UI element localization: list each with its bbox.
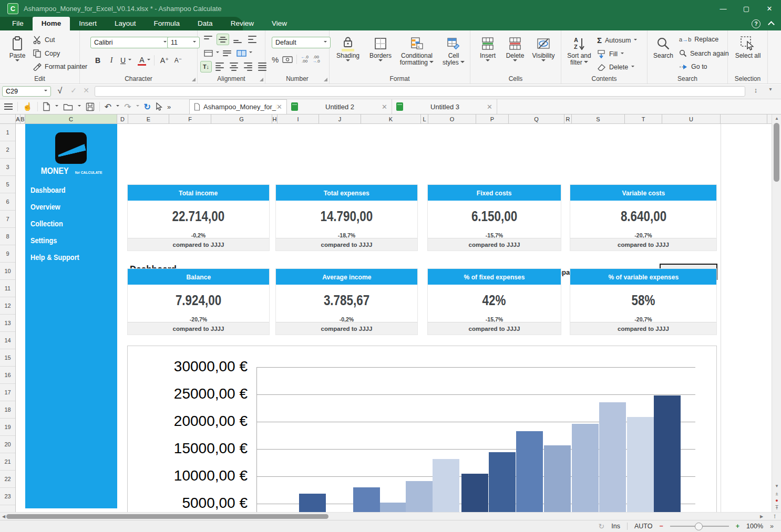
menu-data[interactable]: Data (189, 17, 222, 30)
sheet-tab-1[interactable]: Ashampoo_Money_for_E... ✕ (189, 99, 287, 114)
shrink-font-button[interactable]: A⁻ (172, 55, 184, 66)
font-name-select[interactable]: Calibri (90, 37, 170, 48)
character-dialog-launcher[interactable] (192, 78, 196, 81)
tab-close-icon[interactable]: ✕ (487, 103, 492, 111)
row-header-23[interactable]: 23 (0, 488, 15, 505)
status-overflow-icon[interactable]: » (770, 523, 774, 530)
redo-icon[interactable]: ↷ (124, 102, 131, 112)
menu-file[interactable]: File (3, 17, 33, 30)
column-header-A[interactable]: A (16, 114, 20, 123)
sheet-nav-icon[interactable]: ⊺ (770, 514, 779, 519)
font-color-button[interactable]: A (138, 55, 146, 66)
calc-mode-indicator[interactable]: AUTO (634, 523, 653, 530)
row-header-17[interactable]: 17 (0, 384, 15, 401)
row-header-8[interactable]: 8 (0, 228, 15, 245)
row-header-21[interactable]: 21 (0, 453, 15, 471)
pointer-mode-icon[interactable] (156, 102, 162, 111)
formula-bar-options-icon[interactable]: ▾ (765, 86, 776, 92)
text-orientation-icon[interactable]: T↓ (200, 61, 212, 72)
cut-button[interactable]: Cut (33, 36, 55, 44)
column-header-F[interactable]: F (169, 114, 211, 123)
row-header-1[interactable]: 1 (0, 124, 15, 141)
row-header-7[interactable]: 7 (0, 211, 15, 228)
zoom-slider-knob[interactable] (695, 523, 703, 530)
cell-styles-button[interactable]: Cell styles (440, 35, 467, 66)
search-button[interactable]: Search (650, 35, 677, 59)
borders-button[interactable]: Borders (366, 35, 395, 64)
sidebar-item-settings[interactable]: Settings (30, 236, 79, 245)
open-file-caret[interactable] (78, 105, 81, 108)
column-header-J[interactable]: J (319, 114, 361, 123)
wrap-text-icon[interactable] (221, 47, 233, 59)
cell-reference-box[interactable]: C29 (2, 86, 51, 97)
menu-home[interactable]: Home (33, 17, 70, 30)
zoom-out-button[interactable]: − (659, 523, 663, 530)
collapse-ribbon-icon[interactable] (768, 21, 775, 28)
column-header-T[interactable]: T (625, 114, 662, 123)
row-header-18[interactable]: 18 (0, 401, 15, 419)
font-size-select[interactable]: 11 (167, 37, 200, 48)
sidebar-item-collection[interactable]: Collection (30, 220, 79, 228)
row-header-19[interactable]: 19 (0, 419, 15, 436)
merge-cells-icon[interactable] (235, 47, 248, 59)
record-marker-icon[interactable]: ● (772, 498, 781, 503)
goto-button[interactable]: Go to (679, 63, 707, 70)
bold-button[interactable]: B (91, 55, 104, 66)
align-center-icon[interactable] (228, 61, 240, 72)
horizontal-scrollbar[interactable]: ◀ ▶ ⊺ (0, 512, 781, 520)
formula-input[interactable] (95, 86, 745, 97)
cell-window-icon[interactable] (202, 47, 214, 59)
sidebar-item-dashboard[interactable]: Dashboard (30, 186, 79, 194)
maximize-button[interactable]: ▢ (735, 0, 758, 17)
delete-contents-button[interactable]: Delete (597, 63, 634, 71)
accept-icon[interactable]: ✓ (68, 86, 79, 95)
expand-formula-bar-icon[interactable]: ↕ (751, 86, 761, 94)
zoom-slider[interactable] (670, 526, 729, 527)
column-header-E[interactable]: E (128, 114, 169, 123)
sort-filter-button[interactable]: AZ Sort and filter (564, 35, 594, 66)
select-all-button[interactable]: Select all (734, 35, 762, 59)
column-header-L[interactable]: L (421, 114, 428, 123)
column-header-R[interactable]: R (564, 114, 572, 123)
align-justify-v-icon[interactable] (246, 34, 259, 45)
menu-review[interactable]: Review (222, 17, 263, 30)
zoom-level[interactable]: 100% (746, 523, 763, 530)
vertical-scrollbar[interactable]: ▲ ▼ ± ● Ŧ (772, 114, 781, 512)
new-document-caret[interactable] (55, 105, 58, 108)
save-icon[interactable] (86, 102, 95, 111)
align-bottom-icon[interactable] (231, 34, 244, 45)
row-header-2[interactable]: 2 (0, 141, 15, 159)
open-file-icon[interactable] (63, 103, 73, 111)
insert-mode-indicator[interactable]: Ins (611, 523, 620, 530)
new-document-icon[interactable] (43, 102, 50, 111)
tab-close-icon[interactable]: ✕ (276, 103, 282, 111)
column-header-U[interactable]: U (662, 114, 721, 123)
row-header-11[interactable]: 11 (0, 280, 15, 297)
column-header-D[interactable]: D (117, 114, 128, 123)
close-button[interactable]: ✕ (758, 0, 781, 17)
menu-insert[interactable]: Insert (70, 17, 106, 30)
row-header-15[interactable]: 15 (0, 349, 15, 367)
font-color-caret[interactable] (147, 59, 150, 62)
column-header-I[interactable]: I (278, 114, 319, 123)
paste-button[interactable]: Paste (5, 35, 29, 64)
cancel-icon[interactable]: ✕ (81, 86, 91, 95)
column-header-H[interactable]: H (272, 114, 278, 123)
column-header-G[interactable]: G (211, 114, 272, 123)
autosum-button[interactable]: Σ Autosum (597, 36, 637, 45)
freeze-panes-icon[interactable]: Ŧ (772, 505, 781, 510)
vertical-scroll-thumb[interactable] (774, 123, 779, 182)
grow-font-button[interactable]: A⁺ (158, 55, 171, 66)
underline-caret[interactable] (128, 59, 131, 62)
add-decimal-icon[interactable]: ←.0.00 (301, 55, 309, 64)
number-dialog-launcher[interactable] (324, 78, 327, 81)
search-again-button[interactable]: Search again (679, 49, 729, 57)
italic-button[interactable]: I (105, 55, 118, 66)
percent-format-icon[interactable]: % (272, 55, 279, 64)
minimize-button[interactable]: — (712, 0, 735, 17)
copy-button[interactable]: Copy (33, 49, 60, 58)
row-header-10[interactable]: 10 (0, 263, 15, 280)
zoom-in-button[interactable]: + (736, 523, 739, 530)
toolbar-overflow-icon[interactable]: » (167, 103, 171, 111)
row-header-14[interactable]: 14 (0, 332, 15, 349)
